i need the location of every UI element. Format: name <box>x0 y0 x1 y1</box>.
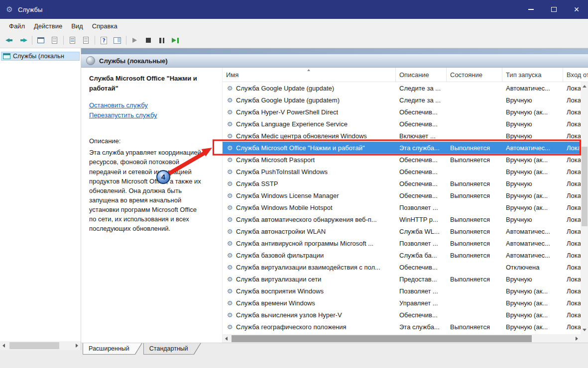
horizontal-scroll-track[interactable] <box>231 334 572 343</box>
service-description: Эта служба... <box>396 321 447 333</box>
service-row[interactable]: Служба автоматического обнаружения веб-п… <box>223 213 581 225</box>
service-row[interactable]: Служба Google Update (gupdate)Следите за… <box>223 82 581 94</box>
action-pane-icon <box>113 36 121 44</box>
service-row[interactable]: Служба Microsoft PassportОбеспечив...Вып… <box>223 154 581 166</box>
minimize-button[interactable] <box>519 0 542 19</box>
service-name: Служба Language Experience Service <box>236 120 348 128</box>
service-gear-icon <box>226 204 234 211</box>
selected-service-title: Служба Microsoft Office "Нажми и работай… <box>89 74 205 93</box>
vertical-scroll-thumb[interactable] <box>582 147 588 226</box>
show-console-tree-button[interactable] <box>34 34 48 46</box>
service-name: Служба Google Update (gupdatem) <box>236 96 340 104</box>
forward-icon <box>19 36 27 44</box>
service-row[interactable]: Служба Medic центра обновления WindowsВк… <box>223 130 581 142</box>
service-startup: Автоматичес... <box>502 142 563 154</box>
service-row[interactable]: Служба Language Experience ServiceОбеспе… <box>223 118 581 130</box>
restart-service-button[interactable] <box>169 34 182 46</box>
column-header-2[interactable]: Состояние <box>447 68 502 82</box>
snapin-top-strip <box>81 48 588 54</box>
list-vertical-scrollbar[interactable] <box>581 82 588 334</box>
list-header: ИмяОписаниеСостояниеТип запускаВход от <box>223 68 588 82</box>
service-row[interactable]: Служба антивирусной программы Microsoft … <box>223 237 581 249</box>
service-description: Следите за ... <box>396 82 447 94</box>
stop-service-button[interactable] <box>142 34 155 46</box>
services-snapin-pane: Службы (локальные) Служба Microsoft Offi… <box>81 48 588 368</box>
stop-service-icon <box>144 36 153 44</box>
service-description: Обеспечив... <box>396 166 447 178</box>
menu-item-Справка[interactable]: Справка <box>88 20 122 32</box>
properties-icon <box>68 36 77 44</box>
tree-item-services-local[interactable]: Службы (локальн <box>1 52 80 61</box>
service-row[interactable]: Служба базовой фильтрацииСлужба ба...Вып… <box>223 249 581 261</box>
tab-Стандартный[interactable]: Стандартный <box>143 343 201 355</box>
service-name: Служба вычисления узлов Hyper-V <box>236 311 342 319</box>
service-description: Позволяет ... <box>396 285 447 297</box>
service-startup: Автоматичес... <box>502 225 563 237</box>
tab-label: Расширенный <box>89 345 129 352</box>
service-row[interactable]: Служба Microsoft Office "Нажми и работай… <box>223 142 581 154</box>
list-horizontal-scrollbar[interactable] <box>223 334 588 343</box>
service-gear-icon <box>226 132 234 140</box>
forward-button[interactable] <box>16 34 30 46</box>
service-row[interactable]: Служба Windows License ManagerОбеспечив.… <box>223 189 581 201</box>
service-logon: Локаль <box>563 273 581 285</box>
properties-button[interactable] <box>66 34 79 46</box>
service-row[interactable]: Служба времени WindowsУправляет ...Вручн… <box>223 297 581 309</box>
service-row[interactable]: Служба вычисления узлов Hyper-VОбеспечив… <box>223 309 581 321</box>
service-description: Служба ба... <box>396 249 447 261</box>
service-row[interactable]: Служба виртуализации взаимодействия с по… <box>223 261 581 273</box>
restart-service-link[interactable]: Перезапустить службу <box>89 110 157 120</box>
service-row[interactable]: Служба восприятия WindowsПозволяет ...Вр… <box>223 285 581 297</box>
service-gear-icon <box>226 216 234 223</box>
column-header-1[interactable]: Описание <box>396 68 447 82</box>
toolbar-separator <box>95 36 95 45</box>
menu-item-Вид[interactable]: Вид <box>67 20 88 32</box>
column-header-4[interactable]: Вход от <box>563 68 588 82</box>
service-row[interactable]: Служба автонастройки WLANСлужба WL...Вып… <box>223 225 581 237</box>
service-startup: Автоматичес... <box>502 82 563 94</box>
tab-Расширенный[interactable]: Расширенный <box>83 343 142 355</box>
scroll-right-icon[interactable] <box>72 341 81 350</box>
maximize-button[interactable] <box>542 0 565 19</box>
service-row[interactable]: Служба PushToInstall WindowsОбеспечив...… <box>223 166 581 178</box>
service-gear-icon <box>226 192 234 199</box>
service-row[interactable]: Служба Windows Mobile HotspotПозволяет .… <box>223 201 581 213</box>
refresh-button[interactable] <box>79 34 93 46</box>
scroll-left-icon[interactable] <box>0 341 8 350</box>
service-logon: Локаль <box>563 106 581 118</box>
menu-item-Действие[interactable]: Действие <box>29 20 67 32</box>
service-startup: Вручную (ак... <box>502 106 563 118</box>
service-gear-icon <box>226 240 234 247</box>
toolbar-separator <box>126 36 126 45</box>
pause-service-button[interactable] <box>155 34 169 46</box>
export-list-button[interactable] <box>48 34 61 46</box>
start-service-button[interactable] <box>128 34 142 46</box>
service-status <box>447 309 502 321</box>
column-header-3[interactable]: Тип запуска <box>502 68 563 82</box>
tree-scroll-thumb[interactable] <box>9 342 59 349</box>
scroll-right-icon[interactable] <box>572 334 581 343</box>
service-row[interactable]: Служба географического положенияЭта служ… <box>223 321 581 333</box>
service-status: Выполняется <box>447 225 502 237</box>
stop-service-link[interactable]: Остановить службу <box>89 100 148 110</box>
service-gear-icon <box>226 180 234 187</box>
action-pane-button[interactable] <box>111 34 124 46</box>
help-button[interactable] <box>97 34 111 46</box>
horizontal-scroll-thumb[interactable] <box>232 335 532 342</box>
service-gear-icon <box>226 144 234 152</box>
tree-horizontal-scrollbar[interactable] <box>0 341 81 350</box>
service-status <box>447 261 502 273</box>
service-name: Служба базовой фильтрации <box>236 252 324 259</box>
back-button[interactable] <box>3 34 16 46</box>
service-row[interactable]: Служба Hyper-V PowerShell DirectОбеспечи… <box>223 106 581 118</box>
service-status: Выполняется <box>447 237 502 249</box>
close-button[interactable]: × <box>565 0 588 19</box>
description-label: Описание: <box>89 137 205 145</box>
tree-scroll-track[interactable] <box>8 341 72 350</box>
scroll-left-icon[interactable] <box>223 334 231 343</box>
service-row[interactable]: Служба Google Update (gupdatem)Следите з… <box>223 94 581 106</box>
service-row[interactable]: Служба SSTPОбеспечив...ВыполняетсяВручну… <box>223 178 581 189</box>
menu-item-Файл[interactable]: Файл <box>4 20 29 32</box>
service-startup: Вручную <box>502 178 563 189</box>
service-row[interactable]: Служба виртуализации сетиПредостав...Вып… <box>223 273 581 285</box>
